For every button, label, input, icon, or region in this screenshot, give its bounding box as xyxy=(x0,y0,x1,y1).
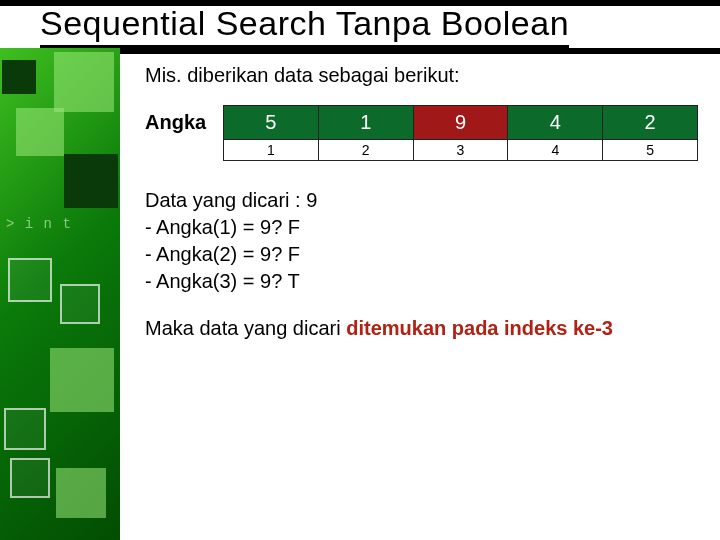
search-steps: Data yang dicari : 9 - Angka(1) = 9? F -… xyxy=(145,187,698,295)
step-line: - Angka(1) = 9? F xyxy=(145,214,698,241)
array-index: 5 xyxy=(603,140,698,161)
array-index-row: 1 2 3 4 5 xyxy=(224,140,698,161)
array-index: 2 xyxy=(318,140,413,161)
array-row: Angka 5 1 9 4 2 1 2 3 4 5 xyxy=(145,105,698,161)
array-cell: 4 xyxy=(508,106,603,140)
search-target-line: Data yang dicari : 9 xyxy=(145,187,698,214)
array-cell: 5 xyxy=(224,106,319,140)
array-index: 4 xyxy=(508,140,603,161)
conclusion-prefix: Maka data yang dicari xyxy=(145,317,346,339)
array-label: Angka xyxy=(145,105,223,134)
slide: Sequential Search Tanpa Boolean > i n t … xyxy=(0,0,720,540)
step-line: - Angka(3) = 9? T xyxy=(145,268,698,295)
content-area: Mis. diberikan data sebagai berikut: Ang… xyxy=(145,64,698,340)
array-index: 3 xyxy=(413,140,508,161)
lead-text: Mis. diberikan data sebagai berikut: xyxy=(145,64,698,87)
array-index: 1 xyxy=(224,140,319,161)
side-decoration: > i n t xyxy=(0,48,120,540)
conclusion: Maka data yang dicari ditemukan pada ind… xyxy=(145,317,698,340)
array-table: 5 1 9 4 2 1 2 3 4 5 xyxy=(223,105,698,161)
array-values-row: 5 1 9 4 2 xyxy=(224,106,698,140)
conclusion-emph: ditemukan pada indeks ke-3 xyxy=(346,317,613,339)
step-line: - Angka(2) = 9? F xyxy=(145,241,698,268)
array-cell: 1 xyxy=(318,106,413,140)
array-cell: 2 xyxy=(603,106,698,140)
slide-title: Sequential Search Tanpa Boolean xyxy=(40,4,569,48)
array-cell-highlight: 9 xyxy=(413,106,508,140)
